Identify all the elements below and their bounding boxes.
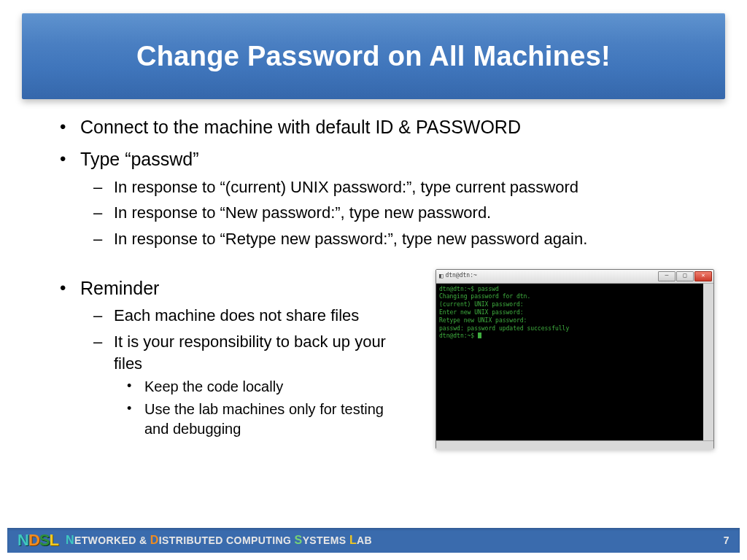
tip-lab-usage: Use the lab machines only for testing an…: [127, 400, 394, 439]
sub-backup: It is your responsibility to back up you…: [93, 331, 394, 439]
slide-content: Connect to the machine with default ID &…: [7, 99, 740, 439]
tip-keep-local: Keep the code locally: [127, 377, 394, 397]
lower-columns: Reminder Each machine does not share fil…: [44, 276, 703, 440]
page-number: 7: [724, 534, 729, 546]
bullet-passwd: Type “passwd” In response to “(current) …: [60, 147, 703, 250]
footer: NDSL NETWORKED & DISTRIBUTED COMPUTING S…: [7, 528, 740, 553]
cursor-icon: [478, 332, 481, 338]
terminal-title: dtn@dtn:~: [445, 272, 476, 280]
maximize-icon: □: [676, 271, 694, 281]
terminal-titlebar: ◧ dtn@dtn:~ — □ ✕: [436, 270, 713, 284]
terminal-body: dtn@dtn:~$ passwd Changing password for …: [436, 284, 713, 440]
ndsl-logo: NDSL: [18, 531, 58, 550]
close-icon: ✕: [694, 271, 712, 281]
bullet-reminder: Reminder Each machine does not share fil…: [60, 276, 394, 440]
sub-no-share: Each machine does not share files: [93, 305, 394, 327]
title-bar: Change Password on All Machines!: [22, 13, 725, 99]
bullet-connect: Connect to the machine with default ID &…: [60, 115, 703, 140]
terminal-icon: ◧: [439, 271, 443, 280]
slide-title: Change Password on All Machines!: [136, 41, 611, 72]
terminal-statusbar: [436, 440, 713, 450]
sub-new-pw: In response to “New password:”, type new…: [93, 202, 703, 224]
sub-current-pw: In response to “(current) UNIX password:…: [93, 176, 703, 198]
terminal-screenshot: ◧ dtn@dtn:~ — □ ✕ dtn@dtn:~$ passwd Chan…: [436, 269, 714, 449]
slide: Change Password on All Machines! Connect…: [0, 0, 747, 560]
lab-name: NETWORKED & DISTRIBUTED COMPUTING SYSTEM…: [66, 534, 372, 547]
window-buttons: — □ ✕: [657, 271, 712, 281]
sub-retype-pw: In response to “Retype new password:”, t…: [93, 228, 703, 250]
minimize-icon: —: [658, 271, 676, 281]
scrollbar: [704, 284, 713, 440]
